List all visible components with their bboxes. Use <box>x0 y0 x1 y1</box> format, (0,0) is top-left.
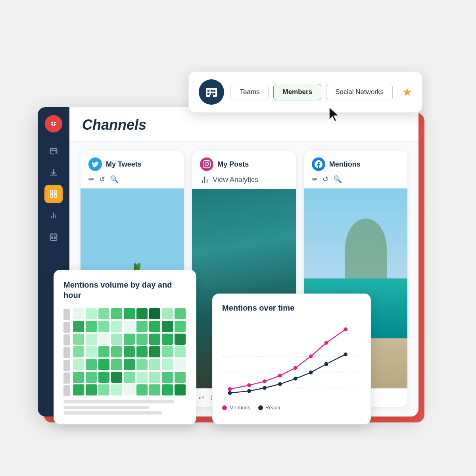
svg-point-39 <box>324 362 328 366</box>
analytics-btn-instagram[interactable]: View Analytics <box>200 175 288 184</box>
sidebar-item-publish[interactable] <box>44 142 63 160</box>
heatmap-cell <box>175 308 186 319</box>
facebook-logo-icon <box>315 160 322 168</box>
svg-point-13 <box>55 123 56 124</box>
svg-point-31 <box>324 341 328 345</box>
sidebar-item-calendar[interactable] <box>44 228 63 246</box>
svg-point-28 <box>278 374 282 378</box>
heatmap-cell <box>136 346 148 357</box>
heatmap-cell <box>86 384 97 395</box>
heatmap-cell <box>162 321 173 332</box>
heatmap-cell <box>111 372 122 383</box>
heatmap-card: Mentions volume by day and hour <box>54 270 196 424</box>
overlay-cards: Mentions volume by day and hour <box>54 270 371 424</box>
heatmap-cell <box>149 384 160 395</box>
heatmap-cell <box>73 359 84 370</box>
teams-tab[interactable]: Teams <box>230 84 269 100</box>
heatmap-cell <box>111 321 122 332</box>
refresh-icon-facebook[interactable]: ↺ <box>322 175 328 184</box>
svg-rect-1 <box>207 90 209 92</box>
star-icon: ★ <box>402 86 412 99</box>
heatmap-cell <box>86 308 97 319</box>
svg-marker-8 <box>329 107 339 121</box>
heatmap-cell <box>162 384 173 395</box>
legend-line-2 <box>63 406 150 409</box>
sidebar-item-download[interactable] <box>44 163 63 182</box>
search-icon-twitter[interactable]: 🔍 <box>110 175 119 184</box>
heatmap-cell <box>149 359 160 370</box>
channel-header-instagram: My Posts View Analytics <box>192 151 296 189</box>
heatmap-cell <box>162 346 173 357</box>
heatmap-cell <box>175 359 186 370</box>
sidebar-item-analytics[interactable] <box>44 206 63 225</box>
legend-item-reach: Reach <box>258 405 280 411</box>
svg-point-9 <box>48 119 59 129</box>
sidebar-item-grid[interactable] <box>44 185 63 203</box>
heatmap-cell <box>111 334 122 345</box>
heatmap-cell <box>136 321 148 332</box>
svg-rect-4 <box>207 93 209 95</box>
edit-icon-facebook[interactable]: ✏ <box>312 175 318 184</box>
heatmap-cell <box>73 308 84 319</box>
svg-rect-2 <box>211 90 213 92</box>
legend-dot-mentions <box>222 405 227 410</box>
refresh-icon-twitter[interactable]: ↺ <box>99 175 105 184</box>
svg-point-33 <box>228 391 232 395</box>
heatmap-cell <box>124 359 135 370</box>
heatmap-cell <box>136 372 148 383</box>
svg-rect-6 <box>213 93 215 95</box>
heatmap-cell <box>124 372 135 383</box>
heatmap-cell <box>86 359 97 370</box>
chart-card: Mentions over time <box>212 294 371 424</box>
heatmap-cell <box>98 372 109 383</box>
chart-legend: Mentions Reach <box>222 405 361 411</box>
heatmap-cell <box>149 308 160 319</box>
building-icon <box>204 85 219 99</box>
svg-rect-14 <box>50 191 53 193</box>
heatmap-cell <box>136 308 148 319</box>
heatmap-cell <box>149 321 160 332</box>
edit-icon-twitter[interactable]: ✏ <box>88 175 94 184</box>
heatmap-cell <box>86 321 97 332</box>
heatmap-cell <box>98 308 109 319</box>
heatmap-cell <box>73 334 84 345</box>
channel-actions-twitter: ✏ ↺ 🔍 <box>88 175 176 184</box>
members-tab[interactable]: Members <box>273 84 321 100</box>
heatmap-cell <box>175 372 186 383</box>
svg-rect-20 <box>54 238 56 239</box>
instagram-logo-icon <box>203 160 211 168</box>
heatmap-cell <box>98 384 109 395</box>
svg-rect-3 <box>213 90 215 92</box>
svg-point-37 <box>294 377 298 381</box>
legend-label-mentions: Mentions <box>229 405 250 411</box>
heatmap-legend-lines <box>63 400 186 415</box>
heatmap-cell <box>149 372 160 383</box>
twitter-bird-icon <box>91 160 99 168</box>
heatmap-row-labels <box>63 308 70 396</box>
svg-point-36 <box>278 382 282 386</box>
analytics-label: View Analytics <box>213 176 258 184</box>
svg-rect-15 <box>54 191 57 193</box>
svg-point-40 <box>344 353 347 357</box>
search-icon-facebook[interactable]: 🔍 <box>333 175 342 184</box>
logo-icon <box>48 118 59 129</box>
heatmap-cell <box>73 346 84 357</box>
heatmap-cell <box>136 359 148 370</box>
channel-header-twitter: My Tweets ✏ ↺ 🔍 <box>81 151 184 188</box>
app-logo <box>45 115 62 132</box>
tab-buttons: Teams Members Social Networks <box>230 84 393 100</box>
heatmap-cell <box>98 359 109 370</box>
svg-point-12 <box>52 123 53 124</box>
heatmap-cell <box>98 346 109 357</box>
channel-title-row-twitter: My Tweets <box>88 157 176 171</box>
social-networks-tab[interactable]: Social Networks <box>326 84 393 100</box>
heatmap-cell <box>111 308 122 319</box>
legend-label-reach: Reach <box>265 405 280 411</box>
line-chart-svg <box>222 321 361 400</box>
legend-line-3 <box>63 411 162 415</box>
legend-dot-reach <box>258 405 263 410</box>
channel-title-row-instagram: My Posts <box>200 157 288 171</box>
heatmap-cell <box>86 372 97 383</box>
heatmap-cell <box>175 321 186 332</box>
heatmap-cell <box>162 359 173 370</box>
